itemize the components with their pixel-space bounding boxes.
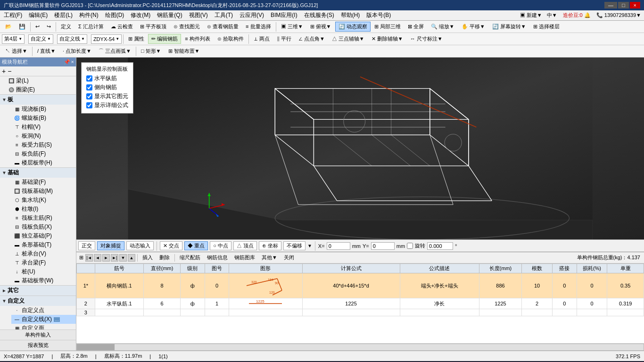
maximize-btn[interactable]: □ — [618, 2, 629, 8]
td-figure-3[interactable] — [229, 309, 302, 316]
td-splice-3[interactable] — [552, 309, 577, 316]
td-formula-3[interactable] — [302, 309, 400, 316]
sidebar-remove-btn[interactable]: − — [8, 67, 11, 75]
tb-select[interactable]: ↖ 选择▼ — [2, 46, 31, 56]
rebar-checkbox-horizontal[interactable] — [86, 75, 92, 82]
viewport-3d[interactable]: 钢筋显示控制面板 水平纵筋 侧向钢筋 显示其它图元 显示详细公式 — [76, 58, 644, 239]
td-fignum-3[interactable] — [205, 309, 229, 316]
td-desc-3[interactable] — [400, 309, 479, 316]
td-splice-1[interactable]: 0 — [552, 273, 577, 298]
table-delete-btn[interactable]: 删除 — [157, 253, 173, 262]
center-btn[interactable]: 中▼ — [545, 12, 559, 19]
snap-object[interactable]: 对象捕捉 — [97, 241, 124, 250]
nav-down-btn[interactable]: ▼ — [119, 254, 127, 262]
tb-dimension[interactable]: ↔ 尺寸标注▼ — [407, 34, 446, 44]
tb-rect[interactable]: □ 矩形▼ — [138, 46, 165, 56]
minimize-btn[interactable]: — — [604, 2, 617, 8]
snap-intersection[interactable]: ✕ 交点 — [160, 241, 182, 250]
tb-angle[interactable]: ∠ 点点角▼ — [295, 34, 328, 44]
zidingyi-collapse-icon[interactable]: ▼ — [2, 298, 7, 304]
rebar-checkbox-lateral[interactable] — [86, 84, 92, 90]
snap-vertex[interactable]: △ 顶点 — [233, 241, 257, 250]
nav-next-btn[interactable]: ► — [102, 254, 110, 262]
tb-open[interactable]: 📂 — [2, 22, 15, 31]
tb-view-rebar[interactable]: ⊙ 查看钢筋量 — [204, 22, 242, 32]
x-input[interactable] — [327, 242, 350, 250]
td-length-2[interactable]: 1225 — [479, 298, 522, 309]
td-barid-1[interactable]: 横向钢筋.1 — [95, 273, 143, 298]
new-project-btn[interactable]: ▣ 新建▼ — [518, 12, 544, 19]
table-horizontal-scrollbar[interactable] — [76, 343, 644, 351]
menu-version[interactable]: 版本号(B) — [363, 10, 394, 20]
report-preview-btn[interactable]: 报表预览 — [0, 340, 76, 351]
sidebar-item-custom-face[interactable]: ▦ 自定义面 — [11, 324, 76, 329]
tb-undo[interactable]: ↩ — [32, 22, 43, 31]
td-barid-2[interactable]: 水平纵筋.1 — [95, 298, 143, 309]
snap-dynamic-input[interactable]: 动态输入 — [126, 241, 154, 250]
td-unitweight-2[interactable]: 0.319 — [607, 298, 644, 309]
td-grade-2[interactable]: ф — [180, 298, 205, 309]
table-rebar-info-btn[interactable]: 钢筋信息 — [204, 253, 231, 262]
tb-3d[interactable]: ▣ 三维▼ — [278, 22, 306, 32]
menu-modify[interactable]: 修改(M) — [128, 10, 153, 20]
td-count-1[interactable]: 10 — [522, 273, 553, 298]
sidebar-section-zidingyi[interactable]: ▼ 自定义 — [0, 296, 76, 306]
ban-collapse-icon[interactable]: ▼ — [2, 97, 7, 102]
tb-cloud-check[interactable]: ☁ 云检查 — [107, 22, 136, 32]
snap-no-offset[interactable]: 不偏移 — [283, 241, 305, 250]
tb-point-length[interactable]: · 点加长度▼ — [59, 46, 95, 56]
menu-help[interactable]: 帮助(H) — [338, 10, 363, 20]
rebar-option-show-formula[interactable]: 显示详细公式 — [86, 101, 128, 109]
tb-save[interactable]: 💾 — [16, 22, 29, 31]
snap-coord[interactable]: ⊕ 坐标 — [259, 241, 281, 250]
tb-rotate-screen[interactable]: 🔄 屏幕旋转▼ — [489, 22, 529, 32]
td-splice-2[interactable]: 0 — [552, 298, 577, 309]
sidebar-item-bankong[interactable]: ○ 板洞(N) — [11, 132, 76, 140]
td-loss-1[interactable]: 0 — [577, 273, 607, 298]
sidebar-item-quanliang[interactable]: 🔘 圈梁(E) — [6, 85, 76, 94]
tb-property[interactable]: ⊞ 属性 — [125, 34, 148, 44]
table-insert-btn[interactable]: 插入 — [140, 253, 156, 262]
sidebar-section-qita[interactable]: ► 其它 — [0, 285, 76, 296]
table-resize-icon[interactable]: ⊞ — [78, 254, 84, 261]
sidebar-item-banfujin[interactable]: ⊟ 板负筋(F) — [11, 149, 76, 158]
table-rebar-library-btn[interactable]: 钢筋图库 — [231, 253, 258, 262]
tb-local-3d[interactable]: ⊞ 局部三维 — [371, 22, 404, 32]
layer-select[interactable]: 第4层 ▼ — [2, 34, 25, 44]
tb-dynamic-view[interactable]: 🔄 动态观察 — [335, 22, 371, 32]
tb-delete-aux[interactable]: ✕ 删除辅轴▼ — [368, 34, 406, 44]
line-type-select[interactable]: 自定义线 ▼ — [57, 34, 87, 44]
sidebar-item-jichuban[interactable]: ▬ 基础板带(W) — [11, 276, 76, 285]
rotate-input[interactable] — [427, 242, 453, 250]
code-select[interactable]: ZDYX-54 ▼ — [91, 34, 122, 44]
td-loss-3[interactable] — [577, 309, 607, 316]
tb-pan[interactable]: ✋ 平移▼ — [458, 22, 488, 32]
menu-tools[interactable]: 工具(T) — [212, 10, 236, 20]
rebar-option-show-other[interactable]: 显示其它图元 — [86, 92, 128, 100]
sidebar-item-faban-fujin[interactable]: ⊟ 筏板负筋(X) — [11, 222, 76, 231]
tb-component-list[interactable]: ≡ 构件列表 — [182, 34, 213, 44]
rebar-option-lateral[interactable]: 侧向钢筋 — [86, 83, 128, 91]
tb-two-point[interactable]: ⊥ 两点 — [250, 34, 273, 44]
tb-zoom-in[interactable]: 🔍 缩放▼ — [428, 22, 458, 32]
tb-smart-place[interactable]: ⊞ 智能布置▼ — [165, 46, 203, 56]
td-diameter-2[interactable]: 6 — [144, 298, 181, 309]
nav-prev-btn[interactable]: ◄ — [94, 254, 101, 262]
menu-component[interactable]: 构件(N) — [76, 10, 101, 20]
table-close-btn[interactable]: 关闭 — [281, 253, 297, 262]
jichu-collapse-icon[interactable]: ▼ — [2, 170, 7, 175]
td-count-3[interactable] — [522, 309, 553, 316]
tb-floorview[interactable]: ⊞ 俯视▼ — [307, 22, 335, 32]
td-unitweight-3[interactable] — [607, 309, 644, 316]
tb-arc[interactable]: ⌒ 三点画弧▼ — [95, 46, 134, 56]
menu-floor[interactable]: 楼层(L) — [51, 10, 75, 20]
rebar-table-wrapper[interactable]: 筋号 直径(mm) 级别 图号 图形 计算公式 公式描述 长度(mm) 根数 搭… — [76, 263, 644, 343]
nav-last-btn[interactable]: ►| — [111, 254, 118, 262]
close-btn[interactable]: × — [630, 2, 640, 8]
nav-first-btn[interactable]: |◄ — [85, 254, 93, 262]
nav-up-btn[interactable]: ▲ — [128, 254, 135, 262]
sidebar-item-xianzhibar[interactable]: ▦ 现浇板(B) — [11, 105, 76, 114]
td-count-2[interactable]: 2 — [522, 298, 553, 309]
sidebar-item-dulijichu[interactable]: ⬛ 独立基础(P) — [11, 231, 76, 240]
sidebar-item-custom-line[interactable]: — 自定义线(X) … — [11, 315, 76, 324]
